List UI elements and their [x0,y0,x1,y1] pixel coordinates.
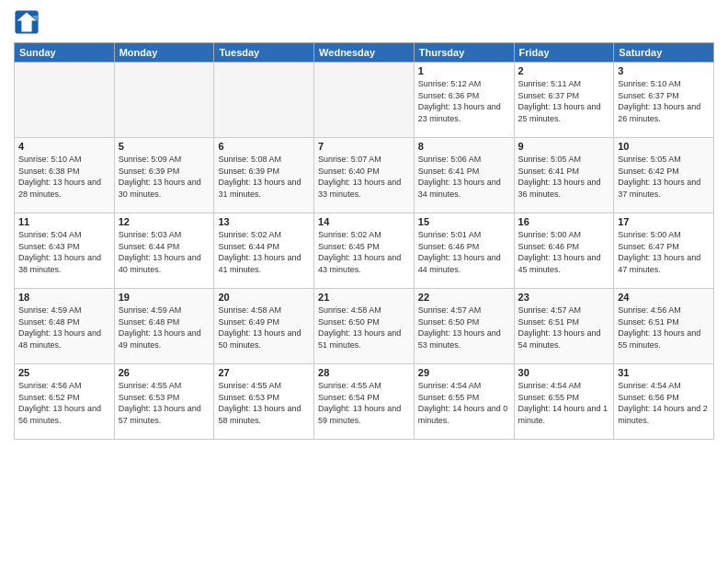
day-info: Sunrise: 4:56 AMSunset: 6:51 PMDaylight:… [618,305,700,350]
col-header-friday: Friday [514,43,614,63]
day-info: Sunrise: 4:55 AMSunset: 6:54 PMDaylight:… [318,381,401,425]
day-info: Sunrise: 4:55 AMSunset: 6:53 PMDaylight:… [218,381,301,425]
day-cell: 13Sunrise: 5:02 AMSunset: 6:44 PMDayligh… [214,213,314,289]
day-info: Sunrise: 4:54 AMSunset: 6:56 PMDaylight:… [618,381,708,425]
day-cell: 2Sunrise: 5:11 AMSunset: 6:37 PMDaylight… [514,63,614,138]
page: SundayMondayTuesdayWednesdayThursdayFrid… [0,0,728,563]
day-number: 8 [418,141,510,152]
day-number: 23 [518,292,610,303]
day-cell: 28Sunrise: 4:55 AMSunset: 6:54 PMDayligh… [314,364,415,440]
col-header-thursday: Thursday [414,43,514,63]
day-cell: 17Sunrise: 5:00 AMSunset: 6:47 PMDayligh… [614,213,714,289]
day-info: Sunrise: 5:10 AMSunset: 6:37 PMDaylight:… [618,79,700,123]
day-number: 27 [218,367,310,378]
day-cell: 7Sunrise: 5:07 AMSunset: 6:40 PMDaylight… [314,138,415,213]
day-cell [314,63,415,138]
day-number: 26 [119,367,210,378]
day-number: 14 [318,216,410,227]
day-cell: 15Sunrise: 5:01 AMSunset: 6:46 PMDayligh… [414,213,514,289]
day-cell: 9Sunrise: 5:05 AMSunset: 6:41 PMDaylight… [514,138,614,213]
day-number: 7 [318,141,410,152]
day-cell: 27Sunrise: 4:55 AMSunset: 6:53 PMDayligh… [214,364,314,440]
day-number: 20 [218,292,310,303]
day-number: 11 [18,216,110,227]
day-cell: 29Sunrise: 4:54 AMSunset: 6:55 PMDayligh… [414,364,514,440]
day-cell: 31Sunrise: 4:54 AMSunset: 6:56 PMDayligh… [614,364,714,440]
day-cell: 1Sunrise: 5:12 AMSunset: 6:36 PMDaylight… [414,63,514,138]
day-number: 17 [618,216,710,227]
day-info: Sunrise: 5:07 AMSunset: 6:40 PMDaylight:… [318,155,401,199]
day-cell: 23Sunrise: 4:57 AMSunset: 6:51 PMDayligh… [514,289,614,364]
day-number: 1 [418,65,510,76]
day-info: Sunrise: 5:02 AMSunset: 6:44 PMDaylight:… [218,230,301,274]
day-cell: 30Sunrise: 4:54 AMSunset: 6:55 PMDayligh… [514,364,614,440]
col-header-monday: Monday [114,43,214,63]
day-cell: 12Sunrise: 5:03 AMSunset: 6:44 PMDayligh… [114,213,214,289]
day-cell: 24Sunrise: 4:56 AMSunset: 6:51 PMDayligh… [614,289,714,364]
day-cell: 19Sunrise: 4:59 AMSunset: 6:48 PMDayligh… [114,289,214,364]
col-header-sunday: Sunday [15,43,115,63]
week-row-2: 4Sunrise: 5:10 AMSunset: 6:38 PMDaylight… [15,138,714,213]
week-row-5: 25Sunrise: 4:56 AMSunset: 6:52 PMDayligh… [15,364,714,440]
day-number: 12 [119,216,210,227]
logo-icon [14,9,40,35]
calendar-table: SundayMondayTuesdayWednesdayThursdayFrid… [14,42,714,440]
day-cell: 20Sunrise: 4:58 AMSunset: 6:49 PMDayligh… [214,289,314,364]
day-cell: 3Sunrise: 5:10 AMSunset: 6:37 PMDaylight… [614,63,714,138]
day-cell: 11Sunrise: 5:04 AMSunset: 6:43 PMDayligh… [15,213,115,289]
day-number: 6 [218,141,310,152]
day-cell: 8Sunrise: 5:06 AMSunset: 6:41 PMDaylight… [414,138,514,213]
day-number: 13 [218,216,310,227]
day-info: Sunrise: 5:00 AMSunset: 6:47 PMDaylight:… [618,230,700,274]
day-cell: 26Sunrise: 4:55 AMSunset: 6:53 PMDayligh… [114,364,214,440]
day-number: 28 [318,367,410,378]
day-number: 10 [618,141,710,152]
day-number: 5 [119,141,210,152]
header-row: SundayMondayTuesdayWednesdayThursdayFrid… [15,43,714,63]
day-number: 30 [518,367,610,378]
day-cell [15,63,115,138]
day-cell: 10Sunrise: 5:05 AMSunset: 6:42 PMDayligh… [614,138,714,213]
day-info: Sunrise: 5:09 AMSunset: 6:39 PMDaylight:… [119,155,201,199]
day-cell: 6Sunrise: 5:08 AMSunset: 6:39 PMDaylight… [214,138,314,213]
day-cell [214,63,314,138]
day-number: 31 [618,367,710,378]
day-cell: 22Sunrise: 4:57 AMSunset: 6:50 PMDayligh… [414,289,514,364]
day-info: Sunrise: 5:08 AMSunset: 6:39 PMDaylight:… [218,155,301,199]
day-number: 4 [18,141,110,152]
day-cell: 18Sunrise: 4:59 AMSunset: 6:48 PMDayligh… [15,289,115,364]
col-header-tuesday: Tuesday [214,43,314,63]
day-info: Sunrise: 5:10 AMSunset: 6:38 PMDaylight:… [18,155,101,199]
day-info: Sunrise: 4:59 AMSunset: 6:48 PMDaylight:… [119,305,201,350]
day-info: Sunrise: 4:56 AMSunset: 6:52 PMDaylight:… [18,381,101,425]
day-info: Sunrise: 4:54 AMSunset: 6:55 PMDaylight:… [518,381,609,425]
day-cell: 5Sunrise: 5:09 AMSunset: 6:39 PMDaylight… [114,138,214,213]
day-number: 18 [18,292,110,303]
day-cell: 21Sunrise: 4:58 AMSunset: 6:50 PMDayligh… [314,289,415,364]
day-number: 3 [618,65,710,76]
day-number: 29 [418,367,510,378]
day-info: Sunrise: 5:02 AMSunset: 6:45 PMDaylight:… [318,230,401,274]
col-header-saturday: Saturday [614,43,714,63]
day-info: Sunrise: 4:59 AMSunset: 6:48 PMDaylight:… [18,305,101,350]
day-info: Sunrise: 4:57 AMSunset: 6:50 PMDaylight:… [418,305,501,350]
day-number: 25 [18,367,110,378]
week-row-3: 11Sunrise: 5:04 AMSunset: 6:43 PMDayligh… [15,213,714,289]
day-info: Sunrise: 5:06 AMSunset: 6:41 PMDaylight:… [418,155,501,199]
day-info: Sunrise: 5:04 AMSunset: 6:43 PMDaylight:… [18,230,101,274]
day-cell: 4Sunrise: 5:10 AMSunset: 6:38 PMDaylight… [15,138,115,213]
day-info: Sunrise: 4:55 AMSunset: 6:53 PMDaylight:… [119,381,201,425]
week-row-1: 1Sunrise: 5:12 AMSunset: 6:36 PMDaylight… [15,63,714,138]
day-info: Sunrise: 4:54 AMSunset: 6:55 PMDaylight:… [418,381,508,425]
day-cell [114,63,214,138]
day-info: Sunrise: 5:11 AMSunset: 6:37 PMDaylight:… [518,79,601,123]
day-info: Sunrise: 4:57 AMSunset: 6:51 PMDaylight:… [518,305,601,350]
day-info: Sunrise: 5:00 AMSunset: 6:46 PMDaylight:… [518,230,601,274]
day-number: 16 [518,216,610,227]
day-number: 22 [418,292,510,303]
header [14,9,714,35]
day-info: Sunrise: 4:58 AMSunset: 6:50 PMDaylight:… [318,305,401,350]
day-number: 2 [518,65,610,76]
week-row-4: 18Sunrise: 4:59 AMSunset: 6:48 PMDayligh… [15,289,714,364]
day-number: 15 [418,216,510,227]
